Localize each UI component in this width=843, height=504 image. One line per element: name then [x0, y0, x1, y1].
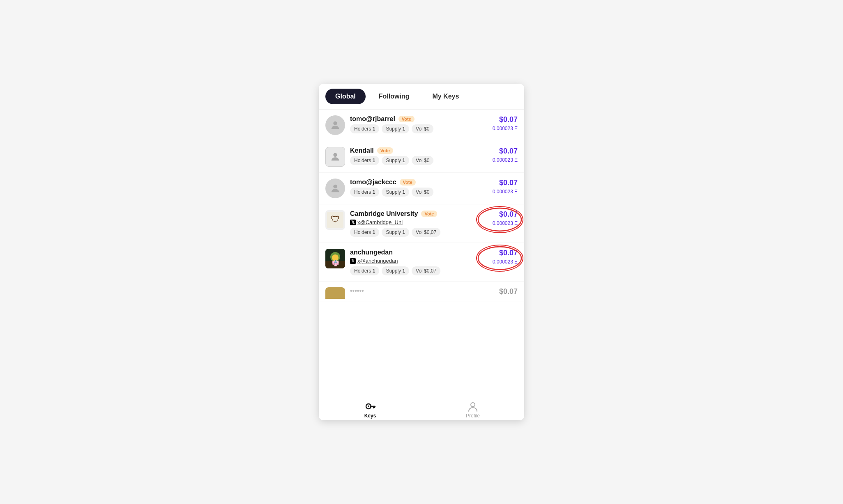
tab-bar: Global Following My Keys: [319, 84, 524, 110]
cambridge-logo: 🛡: [327, 212, 343, 228]
vol-badge: Vol $0,07: [412, 228, 440, 237]
profile-icon: [467, 401, 479, 412]
user-info: anchungedan 𝕏 x@anchungedan Holders 1 Su…: [350, 249, 476, 275]
vol-badge: Vol $0: [412, 188, 433, 197]
tab-global[interactable]: Global: [325, 89, 366, 104]
list-item[interactable]: Kendall Vote Holders 1 Supply 1 Vol $0 $…: [319, 141, 524, 173]
stats-row: Holders 1 Supply 1 Vol $0,07: [350, 266, 476, 275]
holders-badge: Holders 1: [350, 124, 379, 133]
name-row: tomo@jackccc Vote: [350, 179, 476, 186]
price-eth: 0.000023 Ξ: [493, 189, 518, 195]
username: tomo@rjbarrel: [350, 115, 395, 123]
holders-badge: Holders 1: [350, 156, 379, 165]
name-row: Kendall Vote: [350, 147, 476, 154]
person-icon: [329, 151, 341, 163]
name-row: ••••••: [350, 287, 476, 295]
nav-item-profile[interactable]: Profile: [422, 401, 524, 419]
svg-point-1: [333, 153, 337, 157]
supply-badge: Supply 1: [382, 228, 409, 237]
user-info: tomo@rjbarrel Vote Holders 1 Supply 1 Vo…: [350, 115, 476, 133]
person-icon: [329, 183, 341, 194]
svg-text:🛡: 🛡: [331, 214, 340, 225]
holders-badge: Holders 1: [350, 188, 379, 197]
person-icon: [329, 119, 341, 131]
price-col: $0.07 0.000023 Ξ: [481, 210, 518, 226]
name-row: anchungedan: [350, 249, 476, 256]
vote-badge[interactable]: Vote: [421, 211, 437, 217]
price-usd: $0.07: [499, 210, 518, 219]
user-info: Kendall Vote Holders 1 Supply 1 Vol $0: [350, 147, 476, 165]
username: ••••••: [350, 287, 364, 295]
nav-item-keys[interactable]: Keys: [319, 401, 422, 419]
list-item[interactable]: 🛡 Cambridge University Vote 𝕏 x@Cambridg…: [319, 204, 524, 243]
price-eth: 0.000023 Ξ: [493, 157, 518, 163]
avatar: [325, 147, 345, 167]
price-usd: $0.07: [499, 287, 518, 296]
avatar: 👘: [325, 249, 345, 268]
supply-badge: Supply 1: [382, 156, 409, 165]
stats-row: Holders 1 Supply 1 Vol $0: [350, 124, 476, 133]
price-eth: 0.000023 Ξ: [493, 220, 518, 226]
nav-label-profile: Profile: [466, 413, 480, 419]
user-info: tomo@jackccc Vote Holders 1 Supply 1 Vol…: [350, 179, 476, 197]
holders-badge: Holders 1: [350, 266, 379, 275]
stats-row: Holders 1 Supply 1 Vol $0: [350, 188, 476, 197]
price-usd: $0.07: [499, 147, 518, 156]
username: Cambridge University: [350, 210, 418, 218]
list-container[interactable]: tomo@rjbarrel Vote Holders 1 Supply 1 Vo…: [319, 110, 524, 397]
twitter-handle[interactable]: x@Cambridge_Uni: [357, 219, 403, 225]
price-col: $0.07 0.000023 Ξ: [481, 115, 518, 131]
bottom-nav: Keys Profile: [319, 397, 524, 420]
supply-badge: Supply 1: [382, 188, 409, 197]
list-item[interactable]: 👘 anchungedan 𝕏 x@anchungedan Holders 1 …: [319, 243, 524, 282]
vol-badge: Vol $0: [412, 124, 433, 133]
supply-badge: Supply 1: [382, 124, 409, 133]
price-col: $0.07 0.000023 Ξ: [481, 249, 518, 265]
person-svg: [467, 401, 479, 412]
svg-point-0: [333, 121, 337, 125]
price-usd: $0.07: [499, 115, 518, 124]
tab-mykeys[interactable]: My Keys: [422, 89, 469, 104]
phone-container: Global Following My Keys tomo@rjbarrel V…: [319, 84, 524, 420]
x-icon: 𝕏: [350, 258, 356, 264]
vote-badge[interactable]: Vote: [377, 147, 393, 154]
twitter-link: 𝕏 x@anchungedan: [350, 258, 476, 264]
partial-avatar: [325, 287, 345, 299]
svg-point-17: [471, 403, 475, 407]
price-usd: $0.07: [499, 249, 518, 257]
username: tomo@jackccc: [350, 179, 396, 186]
x-icon: 𝕏: [350, 220, 356, 225]
vote-badge[interactable]: Vote: [398, 116, 415, 122]
name-row: Cambridge University Vote: [350, 210, 476, 218]
user-info: Cambridge University Vote 𝕏 x@Cambridge_…: [350, 210, 476, 237]
list-item[interactable]: tomo@jackccc Vote Holders 1 Supply 1 Vol…: [319, 173, 524, 204]
username: anchungedan: [350, 249, 393, 256]
holders-badge: Holders 1: [350, 228, 379, 237]
anchun-avatar-img: 👘: [325, 249, 345, 268]
stats-row: Holders 1 Supply 1 Vol $0: [350, 156, 476, 165]
keys-icon: [364, 401, 376, 412]
stats-row: Holders 1 Supply 1 Vol $0,07: [350, 228, 476, 237]
tab-following[interactable]: Following: [369, 89, 419, 104]
name-row: tomo@rjbarrel Vote: [350, 115, 476, 123]
avatar: [325, 115, 345, 135]
price-eth: 0.000023 Ξ: [493, 259, 518, 265]
twitter-handle[interactable]: x@anchungedan: [357, 258, 398, 264]
price-usd: $0.07: [499, 179, 518, 187]
vol-badge: Vol $0,07: [412, 266, 440, 275]
avatar: [325, 179, 345, 198]
svg-point-16: [368, 405, 369, 407]
username: Kendall: [350, 147, 374, 154]
list-item[interactable]: •••••• $0.07: [319, 282, 524, 302]
price-col: $0.07 0.000023 Ξ: [481, 147, 518, 163]
price-col: $0.07 0.000023 Ξ: [481, 179, 518, 195]
svg-point-2: [333, 185, 337, 188]
nav-label-keys: Keys: [364, 413, 376, 419]
avatar: 🛡: [325, 210, 345, 230]
vote-badge[interactable]: Vote: [400, 179, 416, 186]
key-svg: [364, 401, 376, 412]
price-col: $0.07: [481, 287, 518, 296]
vol-badge: Vol $0: [412, 156, 433, 165]
list-item[interactable]: tomo@rjbarrel Vote Holders 1 Supply 1 Vo…: [319, 110, 524, 141]
user-info: ••••••: [350, 287, 476, 296]
